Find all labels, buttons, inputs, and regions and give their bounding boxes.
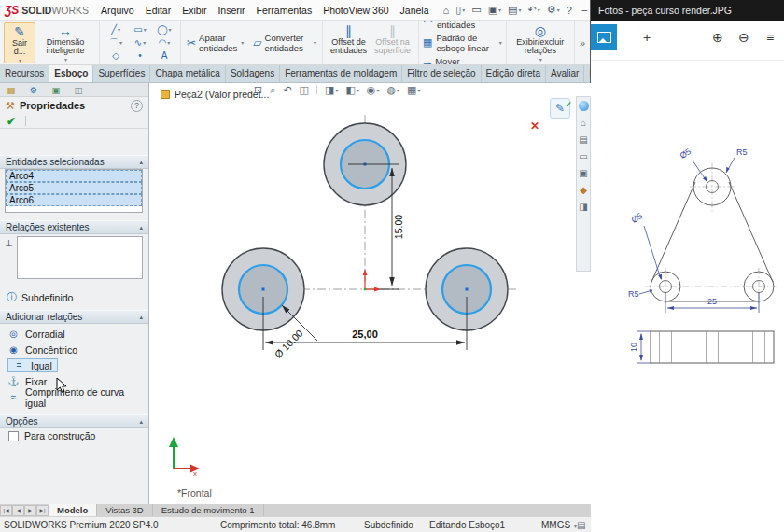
edit-appearance-button[interactable]: ◍▾: [386, 84, 399, 96]
tab-filtro-selecao[interactable]: Filtro de seleção: [402, 65, 481, 82]
selected-entities-list[interactable]: Arco4 Arco5 Arco6: [5, 169, 143, 213]
home-icon[interactable]: ⌂: [441, 2, 453, 19]
tab-edicao-direta[interactable]: Edição direta: [482, 65, 546, 82]
rectangle-tool-button[interactable]: ▭▾: [128, 23, 152, 36]
list-item-arco4[interactable]: Arco4: [6, 170, 142, 182]
convert-entities-button[interactable]: ▱ Converter entidades ▾: [251, 31, 318, 55]
tab-esboco[interactable]: Esboço: [49, 65, 93, 82]
menu-arquivo[interactable]: Arquivo: [95, 0, 140, 21]
ribbon-overflow-button[interactable]: »: [575, 37, 590, 49]
appearances-sphere-icon[interactable]: [579, 101, 589, 111]
arc-tool-button[interactable]: ⌒▾: [104, 36, 128, 49]
smart-dimension-button[interactable]: ↔ Dimensão inteligente ▾: [35, 22, 95, 63]
ellipse-tool-button[interactable]: ◠▾: [152, 36, 176, 49]
zoom-out-icon[interactable]: ⊖: [738, 30, 749, 45]
text-tool-button[interactable]: A: [152, 49, 176, 63]
forum-icon[interactable]: ◨: [579, 202, 587, 212]
circle-tool-button[interactable]: ◯▾: [152, 23, 176, 36]
list-item-arco6[interactable]: Arco6: [6, 194, 142, 206]
list-item-arco5[interactable]: Arco5: [6, 182, 142, 194]
zoom-in-icon[interactable]: ⊕: [712, 30, 723, 45]
custom-properties-icon[interactable]: ◆: [580, 185, 587, 195]
relation-equal-curve-button[interactable]: ≈ Comprimento de curva igual: [0, 389, 148, 405]
previous-tab-button[interactable]: ◀: [12, 505, 24, 516]
line-tool-button[interactable]: ╱▾: [104, 23, 128, 36]
graphics-area[interactable]: 15.00 25,00 Ø 10,00 Peça2 (Valor predet.…: [149, 83, 576, 504]
previous-view-icon[interactable]: ↶: [283, 84, 291, 96]
relation-coradial-button[interactable]: ◎ Corradial: [0, 326, 148, 342]
open-icon[interactable]: ▭: [469, 2, 483, 19]
help-icon[interactable]: ?: [564, 2, 575, 19]
tab-modelo[interactable]: Modelo: [49, 504, 97, 516]
help-icon[interactable]: ?: [131, 100, 143, 112]
display-style-button[interactable]: ◧▾: [345, 84, 358, 96]
mirror-entities-button[interactable]: ⋈ Espelhar entidades: [423, 21, 502, 30]
section-options[interactable]: Opções ▴: [0, 414, 148, 428]
tab-soldagens[interactable]: Soldagens: [226, 65, 280, 82]
last-tab-button[interactable]: ▶|: [36, 505, 49, 516]
spline-tool-button[interactable]: ∿▾: [128, 36, 152, 49]
zoom-area-icon[interactable]: ⌕: [270, 84, 275, 96]
move-entities-button[interactable]: ⇄ Mover entidades ▾: [423, 56, 502, 66]
offset-entities-button[interactable]: ∥ Offset de entidades: [327, 22, 371, 63]
zoom-fit-icon[interactable]: ⊡: [254, 84, 262, 96]
tab-ferramentas-moldagem[interactable]: Ferramentas de moldagem: [280, 65, 402, 82]
hide-show-items-button[interactable]: ◉▾: [367, 84, 380, 96]
apply-scene-button[interactable]: ▦▾: [407, 84, 420, 96]
section-selected-entities[interactable]: Entidades selecionadas ▴: [0, 155, 148, 169]
display-delete-relations-button[interactable]: ◎ Exibir/excluir relações ▾: [511, 22, 570, 63]
undo-button[interactable]: ↶▾: [525, 2, 543, 19]
print-button[interactable]: ▤▾: [505, 2, 524, 19]
next-tab-button[interactable]: ▶: [24, 505, 36, 516]
breadcrumb-tree-item[interactable]: Peça2 (Valor predet...: [161, 89, 269, 100]
tab-estudo-movimento[interactable]: Estudo de movimento 1: [153, 504, 264, 516]
horizontal-dimension-text[interactable]: 25,00: [352, 329, 378, 340]
save-button[interactable]: ▣▾: [485, 2, 504, 19]
add-button[interactable]: +: [643, 30, 651, 45]
menu-photoview[interactable]: PhotoView 360: [317, 0, 394, 21]
feature-tree-tab-icon[interactable]: ▤: [0, 83, 22, 96]
photo-canvas[interactable]: Ø5 R5 Ø5 R5 25 10: [591, 61, 784, 532]
units-selector[interactable]: MMGS ▾: [541, 518, 577, 532]
point-tool-button[interactable]: •: [128, 49, 152, 63]
relation-concentric-button[interactable]: ◉ Concêntrico: [0, 342, 148, 357]
display-pane-tab-icon[interactable]: ◫: [67, 83, 90, 96]
file-explorer-icon[interactable]: ▭: [579, 151, 587, 161]
menu-ferramentas[interactable]: Ferramentas: [251, 0, 318, 21]
property-manager-tab-icon[interactable]: ⚙: [22, 83, 45, 96]
section-view-icon[interactable]: ◫: [300, 84, 309, 96]
new-document-button[interactable]: ▯▾: [453, 2, 468, 19]
configuration-manager-tab-icon[interactable]: ▣: [45, 83, 67, 96]
menu-exibir[interactable]: Exibir: [176, 0, 212, 21]
confirm-sketch-button[interactable]: ✎✓: [550, 98, 570, 119]
diameter-dimension-text[interactable]: Ø 10,00: [273, 328, 305, 360]
resources-home-icon[interactable]: ⌂: [581, 118, 586, 128]
tab-superficies[interactable]: Superfícies: [93, 65, 150, 82]
view-palette-icon[interactable]: ▣: [579, 168, 587, 178]
tab-recursos[interactable]: Recursos: [0, 65, 49, 82]
relation-equal-button[interactable]: = Igual: [0, 357, 148, 373]
section-add-relations[interactable]: Adicionar relações ▴: [0, 310, 148, 324]
see-all-photos-button[interactable]: [591, 24, 617, 50]
linear-pattern-button[interactable]: ▦ Padrão de esboço linear ▾: [423, 33, 502, 53]
options-button[interactable]: ⚙▾: [544, 2, 563, 19]
tab-ferramentas[interactable]: Ferramentas: [584, 65, 590, 82]
tab-avaliar[interactable]: Avaliar: [546, 65, 584, 82]
menu-icon[interactable]: ≡: [766, 30, 774, 45]
menu-editar[interactable]: Editar: [140, 0, 176, 21]
section-existing-relations[interactable]: Relações existentes ▴: [0, 220, 148, 234]
existing-relations-list[interactable]: [17, 236, 143, 279]
trim-entities-button[interactable]: ✂ Aparar entidades ▾: [185, 31, 245, 55]
tab-vistas-3d[interactable]: Vistas 3D: [97, 504, 152, 516]
polygon-tool-button[interactable]: ◇: [104, 49, 128, 63]
view-orientation-button[interactable]: ◨▾: [325, 84, 338, 96]
cancel-sketch-button[interactable]: ✕: [527, 119, 542, 133]
design-library-icon[interactable]: ▤: [579, 134, 587, 145]
ok-button[interactable]: ✔: [7, 115, 16, 128]
vertical-dimension-text[interactable]: 15.00: [393, 215, 404, 239]
first-tab-button[interactable]: |◀: [0, 505, 12, 516]
menu-janela[interactable]: Janela: [395, 0, 435, 21]
menu-inserir[interactable]: Inserir: [212, 0, 250, 21]
construction-checkbox[interactable]: [8, 431, 19, 441]
tab-chapa-metalica[interactable]: Chapa metálica: [150, 65, 225, 82]
